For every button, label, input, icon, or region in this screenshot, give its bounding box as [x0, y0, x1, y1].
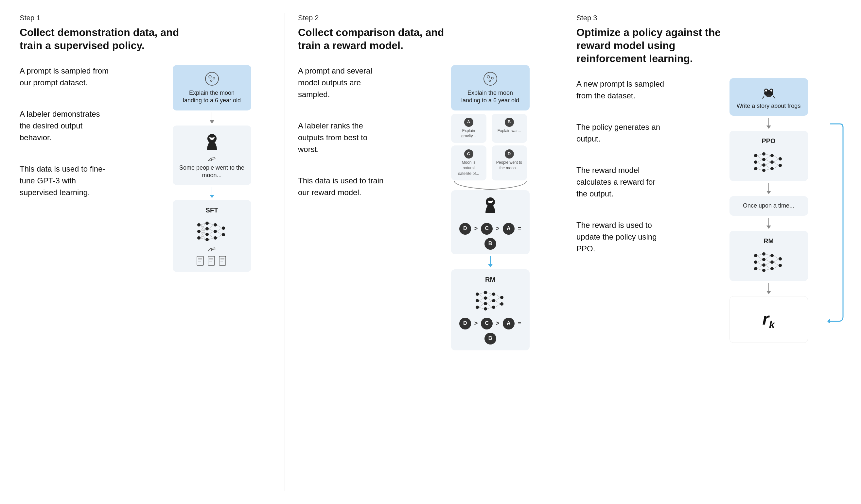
svg-rect-47 — [219, 256, 226, 265]
step3-ppo-label: PPO — [762, 137, 775, 145]
svg-point-69 — [500, 302, 504, 306]
rank-a: A — [503, 223, 515, 235]
svg-line-74 — [479, 304, 484, 307]
svg-point-1 — [209, 75, 211, 78]
step2-model-label: RM — [485, 275, 495, 284]
step1-prompt-card: Explain the moon landing to a 6 year old — [173, 65, 251, 111]
svg-line-84 — [495, 301, 500, 304]
step3-column: Step 3 Optimize a policy against the rew… — [563, 13, 842, 491]
svg-point-10 — [205, 222, 209, 225]
svg-line-77 — [487, 294, 492, 298]
svg-point-15 — [214, 230, 217, 233]
step2-desc1: A prompt and several model outputs are s… — [298, 65, 390, 100]
step2-diagrams: Explain the moon landing to a 6 year old… — [430, 65, 550, 491]
gt3: > — [474, 319, 478, 327]
svg-line-71 — [479, 294, 484, 298]
neural-net-rm — [473, 288, 508, 314]
svg-point-67 — [492, 306, 495, 309]
svg-line-113 — [765, 162, 770, 165]
arrow-line4 — [768, 183, 769, 191]
step2-descriptions: A prompt and several model outputs are s… — [298, 65, 421, 491]
output-c: C Moon is natural satellite of... — [451, 145, 487, 180]
svg-point-94 — [754, 167, 757, 170]
doc-icons — [196, 256, 228, 266]
output-a: A Explain gravity... — [451, 114, 487, 143]
arrow-head4 — [766, 191, 771, 194]
output-c-text: Moon is natural satellite of... — [456, 160, 482, 176]
step2-outputs: A Explain gravity... B Explain war... C … — [451, 114, 530, 180]
svg-line-105 — [757, 156, 762, 159]
svg-line-135 — [757, 262, 762, 265]
svg-line-80 — [487, 304, 492, 307]
svg-line-76 — [487, 293, 492, 294]
svg-line-75 — [479, 307, 484, 309]
svg-point-16 — [214, 236, 217, 240]
svg-point-120 — [754, 254, 757, 257]
svg-point-52 — [487, 75, 490, 78]
output-b: B Explain war... — [492, 114, 527, 143]
arrow-head3 — [766, 126, 771, 129]
arrow-line6 — [768, 283, 769, 291]
neural-net-sft — [194, 218, 230, 244]
step1-content: A prompt is sampled from our prompt data… — [19, 65, 272, 491]
svg-point-126 — [762, 269, 765, 272]
svg-point-93 — [754, 160, 757, 164]
svg-line-27 — [201, 234, 205, 238]
svg-line-107 — [757, 162, 762, 165]
step3-desc1: A new prompt is sampled from the dataset… — [576, 78, 668, 102]
svg-line-72 — [479, 298, 484, 301]
svg-line-104 — [757, 154, 762, 156]
svg-line-81 — [487, 307, 492, 309]
arrow-line5 — [768, 218, 769, 225]
arrow-head-blue — [210, 195, 214, 198]
step3-prompt-card: Write a story about frogs — [729, 78, 808, 116]
svg-line-38 — [217, 235, 222, 238]
svg-line-106 — [757, 159, 762, 162]
svg-point-129 — [770, 267, 774, 270]
svg-line-146 — [774, 262, 779, 265]
svg-point-66 — [492, 299, 495, 302]
svg-line-29 — [209, 223, 214, 225]
person-icon — [201, 131, 223, 154]
step2-desc3: This data is used to train our reward mo… — [298, 175, 390, 198]
svg-point-0 — [205, 72, 219, 85]
svg-point-103 — [779, 164, 782, 167]
step3-rm-label: RM — [764, 237, 774, 245]
svg-line-31 — [209, 229, 214, 232]
svg-point-101 — [770, 167, 774, 170]
svg-line-143 — [765, 269, 770, 270]
svg-point-11 — [205, 227, 209, 230]
svg-line-108 — [757, 165, 762, 169]
rank-a2: A — [503, 318, 515, 330]
svg-point-121 — [754, 261, 757, 264]
eq1: = — [518, 225, 521, 233]
svg-point-62 — [484, 296, 487, 300]
arrow-head5 — [766, 225, 771, 229]
arrow-line3 — [768, 118, 769, 126]
step2-column: Step 2 Collect comparison data, and trai… — [285, 13, 563, 491]
svg-line-118 — [774, 162, 779, 165]
step3-rk-label: rk — [754, 302, 782, 337]
svg-point-89 — [765, 89, 767, 92]
step3-output-card: Once upon a time... — [729, 196, 808, 215]
step1-desc3: This data is used to fine-tune GPT-3 wit… — [19, 163, 111, 198]
svg-point-95 — [762, 152, 765, 156]
step3-arrow4 — [766, 283, 771, 294]
svg-point-102 — [779, 157, 782, 160]
svg-line-116 — [774, 156, 779, 159]
svg-point-130 — [779, 257, 782, 261]
moon-icon2 — [482, 71, 498, 87]
svg-line-36 — [217, 228, 222, 232]
svg-line-139 — [765, 256, 770, 260]
svg-line-34 — [209, 238, 214, 240]
step3-descriptions: A new prompt is sampled from the dataset… — [576, 78, 699, 491]
step3-arrow3 — [766, 218, 771, 229]
svg-line-110 — [765, 154, 770, 156]
step1-column: Step 1 Collect demonstration data, and t… — [19, 13, 285, 491]
svg-point-98 — [762, 169, 765, 172]
svg-line-20 — [201, 225, 205, 229]
svg-line-79 — [487, 301, 492, 304]
svg-point-99 — [770, 154, 774, 157]
svg-line-138 — [765, 254, 770, 256]
svg-line-114 — [765, 165, 770, 169]
